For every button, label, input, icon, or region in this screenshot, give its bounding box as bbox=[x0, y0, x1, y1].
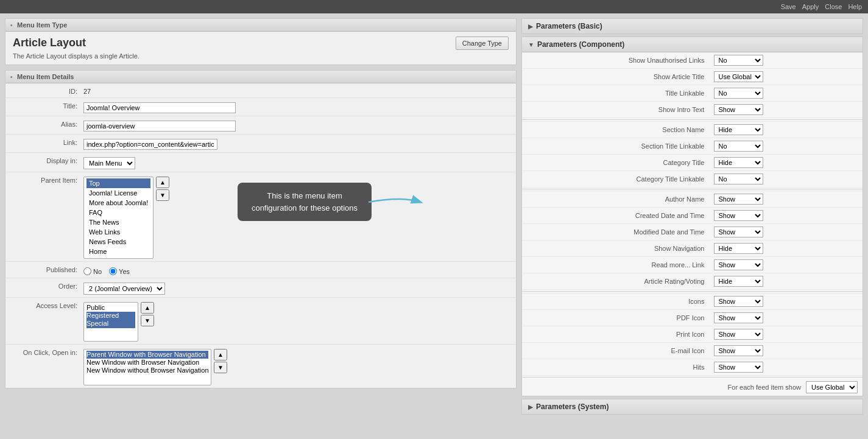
title-input[interactable] bbox=[83, 102, 236, 113]
menu-item-details-title: ▪ Menu Item Details bbox=[5, 71, 516, 83]
apply-button[interactable]: Apply bbox=[802, 3, 819, 10]
display-in-row: Display in: Main Menu Top Menu User Menu bbox=[5, 153, 516, 172]
params-row: Article Rating/VotingNoYesUse GlobalShow… bbox=[522, 273, 863, 290]
published-yes-radio[interactable] bbox=[109, 267, 117, 275]
alias-label: Alias: bbox=[10, 119, 83, 128]
published-no-label[interactable]: No bbox=[83, 267, 102, 275]
params-row: Created Date and TimeNoYesUse GlobalShow… bbox=[522, 208, 863, 224]
params-row-label: Print Icon bbox=[522, 326, 709, 343]
save-button[interactable]: Save bbox=[781, 3, 796, 10]
params-basic-header[interactable]: ▶ Parameters (Basic) bbox=[522, 19, 863, 33]
feed-select[interactable]: Use Global Intro Text Full Text bbox=[806, 381, 858, 393]
params-basic-label: Parameters (Basic) bbox=[536, 22, 602, 30]
params-row-label: Show Navigation bbox=[522, 241, 709, 257]
link-label: Link: bbox=[10, 137, 83, 146]
params-row-label: PDF Icon bbox=[522, 310, 709, 326]
params-row-select[interactable]: NoYesUse GlobalShowHide bbox=[714, 296, 763, 307]
access-scroll-down[interactable]: ▼ bbox=[141, 315, 154, 326]
access-scroll-up[interactable]: ▲ bbox=[141, 302, 154, 314]
params-system-label: Parameters (System) bbox=[536, 402, 609, 411]
params-row-select[interactable]: NoYesUse GlobalShowHide bbox=[714, 345, 763, 356]
tooltip-text: This is the menu item configuration for … bbox=[252, 191, 358, 212]
order-select[interactable]: 2 (Joomla! Overview) 1 (Top) 3 (FAQ) bbox=[83, 283, 165, 295]
params-row-label: Created Date and Time bbox=[522, 208, 709, 224]
parent-item-listbox[interactable]: Top Joomla! License More about Joomla! F… bbox=[83, 177, 153, 259]
link-input[interactable] bbox=[83, 139, 217, 150]
article-layout-header: Article Layout Change Type bbox=[5, 32, 516, 50]
params-row: PDF IconNoYesUse GlobalShowHide bbox=[522, 310, 863, 326]
params-system-section: ▶ Parameters (System) bbox=[521, 399, 863, 415]
params-component-header[interactable]: ▼ Parameters (Component) bbox=[522, 37, 863, 52]
params-row-select[interactable]: NoYesUse GlobalShowHide bbox=[714, 88, 763, 99]
params-row-value: NoYesUse GlobalShowHide bbox=[709, 191, 863, 208]
params-row-select[interactable]: NoYesUse GlobalShowHide bbox=[714, 362, 763, 373]
params-row: Show Article TitleNoYesUse GlobalShowHid… bbox=[522, 69, 863, 85]
params-row-value: NoYesUse GlobalShowHide bbox=[709, 85, 863, 102]
alias-input[interactable] bbox=[83, 121, 236, 132]
link-row: Link: bbox=[5, 135, 516, 153]
access-level-listbox[interactable]: Public Registered Special bbox=[83, 302, 138, 342]
top-bar: Save Apply Close Help bbox=[0, 0, 868, 13]
params-row-label: Show Unauthorised Links bbox=[522, 52, 709, 69]
on-click-listbox[interactable]: Parent Window with Browser Navigation Ne… bbox=[83, 349, 211, 385]
params-row-select[interactable]: NoYesUse GlobalShowHide bbox=[714, 276, 763, 287]
help-button[interactable]: Help bbox=[848, 3, 862, 10]
params-row-select[interactable]: NoYesUse GlobalShowHide bbox=[714, 243, 763, 254]
params-row-select[interactable]: NoYesUse GlobalShowHide bbox=[714, 174, 763, 184]
params-row-select[interactable]: NoYesUse GlobalShowHide bbox=[714, 55, 763, 66]
params-row-value: NoYesUse GlobalShowHide bbox=[709, 224, 863, 241]
params-row-value: NoYesUse GlobalShowHide bbox=[709, 69, 863, 85]
parent-scroll-up[interactable]: ▲ bbox=[156, 177, 169, 188]
params-row-value: NoYesUse GlobalShowHide bbox=[709, 326, 863, 343]
params-row-select[interactable]: NoYesUse GlobalShowHide bbox=[714, 329, 763, 340]
tooltip-arrow-icon bbox=[365, 193, 426, 211]
onclick-scroll-down[interactable]: ▼ bbox=[214, 362, 227, 373]
params-row-select[interactable]: NoYesUse GlobalShowHide bbox=[714, 210, 763, 221]
id-label: ID: bbox=[10, 86, 83, 95]
params-row: Show NavigationNoYesUse GlobalShowHide bbox=[522, 241, 863, 257]
params-row: Category TitleNoYesUse GlobalShowHide bbox=[522, 155, 863, 171]
params-row-value: NoYesUse GlobalShowHide bbox=[709, 208, 863, 224]
close-button[interactable]: Close bbox=[825, 3, 842, 10]
params-row: Print IconNoYesUse GlobalShowHide bbox=[522, 326, 863, 343]
params-row-label: E-mail Icon bbox=[522, 343, 709, 359]
id-value: 27 bbox=[83, 86, 511, 95]
on-click-row: On Click, Open in: Parent Window with Br… bbox=[5, 345, 516, 388]
params-row: IconsNoYesUse GlobalShowHide bbox=[522, 293, 863, 310]
change-type-button[interactable]: Change Type bbox=[456, 37, 509, 50]
published-yes-label[interactable]: Yes bbox=[109, 267, 130, 275]
params-row-select[interactable]: NoYesUse GlobalShowHide bbox=[714, 227, 763, 237]
params-row-label: Icons bbox=[522, 293, 709, 310]
params-system-toggle-icon: ▶ bbox=[528, 404, 533, 410]
params-row-label: Section Title Linkable bbox=[522, 138, 709, 155]
params-row-label: Category Title bbox=[522, 155, 709, 171]
params-row: Show Intro TextNoYesUse GlobalShowHide bbox=[522, 102, 863, 118]
on-click-value: Parent Window with Browser Navigation Ne… bbox=[83, 347, 511, 385]
params-row: Section Title LinkableNoYesUse GlobalSho… bbox=[522, 138, 863, 155]
params-row-value: NoYesUse GlobalShowHide bbox=[709, 155, 863, 171]
params-row-select[interactable]: NoYesUse GlobalShowHide bbox=[714, 71, 763, 82]
title-label: Title: bbox=[10, 100, 83, 110]
params-row: Category Title LinkableNoYesUse GlobalSh… bbox=[522, 171, 863, 188]
alias-row: Alias: bbox=[5, 116, 516, 135]
params-row-select[interactable]: NoYesUse GlobalShowHide bbox=[714, 124, 763, 135]
params-row-select[interactable]: NoYesUse GlobalShowHide bbox=[714, 104, 763, 115]
onclick-scroll-up[interactable]: ▲ bbox=[214, 349, 227, 360]
params-system-header[interactable]: ▶ Parameters (System) bbox=[522, 399, 863, 414]
parent-scroll-down[interactable]: ▼ bbox=[156, 189, 169, 201]
params-row-select[interactable]: NoYesUse GlobalShowHide bbox=[714, 194, 763, 205]
params-row-select[interactable]: NoYesUse GlobalShowHide bbox=[714, 141, 763, 152]
params-row-select[interactable]: NoYesUse GlobalShowHide bbox=[714, 259, 763, 270]
title-row: Title: bbox=[5, 98, 516, 116]
published-no-radio[interactable] bbox=[83, 267, 91, 275]
feed-row: For each feed item show Use Global Intro… bbox=[522, 379, 863, 396]
params-component-table: Show Unauthorised LinksNoYesUse GlobalSh… bbox=[522, 52, 863, 379]
params-row-value: NoYesUse GlobalShowHide bbox=[709, 52, 863, 69]
params-row-label: Section Name bbox=[522, 122, 709, 138]
display-in-select[interactable]: Main Menu Top Menu User Menu bbox=[83, 157, 135, 169]
params-row-select[interactable]: NoYesUse GlobalShowHide bbox=[714, 157, 763, 168]
menu-item-type-section: ▪ Menu Item Type Article Layout Change T… bbox=[5, 18, 517, 65]
alias-value bbox=[83, 119, 511, 132]
params-row-label: Article Rating/Voting bbox=[522, 273, 709, 290]
params-row-select[interactable]: NoYesUse GlobalShowHide bbox=[714, 312, 763, 323]
